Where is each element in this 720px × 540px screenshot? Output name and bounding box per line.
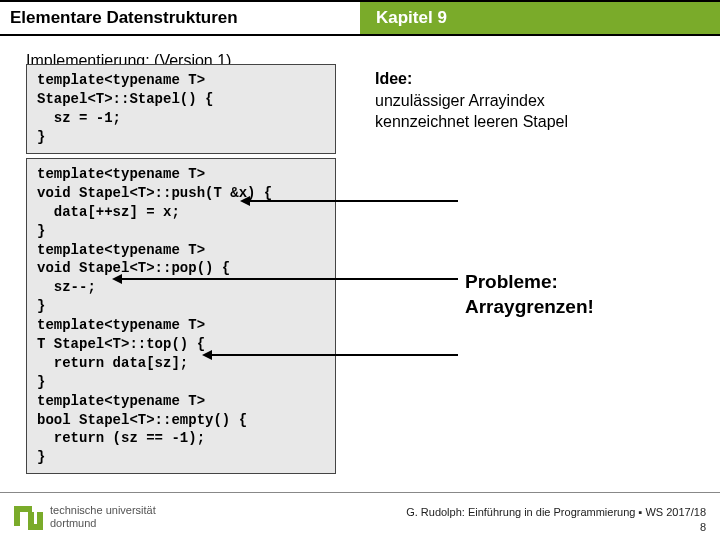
credit-line: G. Rudolph: Einführung in die Programmie… <box>406 506 706 518</box>
slide: Elementare Datenstrukturen Kapitel 9 Imp… <box>0 0 720 540</box>
logo-text: technische universität dortmund <box>50 504 156 528</box>
arrow-3 <box>210 354 458 356</box>
tu-logo-icon <box>14 503 44 531</box>
idea-text: Idee: unzulässiger Arrayindex kennzeichn… <box>375 68 685 133</box>
header-bar: Elementare Datenstrukturen Kapitel 9 <box>0 0 720 36</box>
arrow-1 <box>248 200 458 202</box>
header-title-right: Kapitel 9 <box>360 0 720 36</box>
problems-line2: Arraygrenzen! <box>465 296 594 317</box>
code-block-constructor: template<typename T> Stapel<T>::Stapel()… <box>26 64 336 154</box>
credits: G. Rudolph: Einführung in die Programmie… <box>406 505 706 534</box>
page-number: 8 <box>700 521 706 533</box>
footer: technische universität dortmund G. Rudol… <box>0 492 720 540</box>
problems-text: Probleme: Arraygrenzen! <box>465 270 594 319</box>
idea-heading: Idee: <box>375 70 412 87</box>
problems-line1: Probleme: <box>465 271 558 292</box>
logo: technische universität dortmund <box>0 503 156 531</box>
logo-line2: dortmund <box>50 517 96 529</box>
arrow-2 <box>120 278 458 280</box>
logo-line1: technische universität <box>50 504 156 516</box>
idea-line2: kennzeichnet leeren Stapel <box>375 113 568 130</box>
code-block-methods: template<typename T> void Stapel<T>::pus… <box>26 158 336 474</box>
header-title-left: Elementare Datenstrukturen <box>0 0 360 36</box>
idea-line1: unzulässiger Arrayindex <box>375 92 545 109</box>
